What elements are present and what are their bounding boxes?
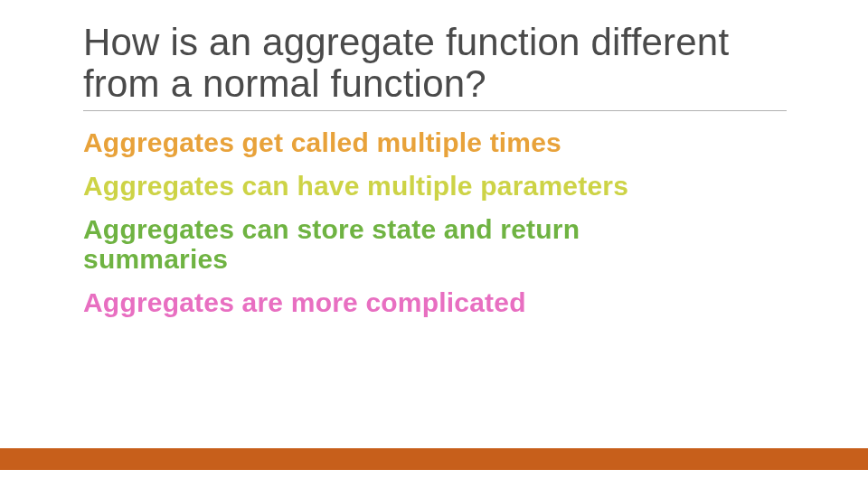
slide-body: Aggregates get called multiple times Agg…: [83, 127, 787, 317]
slide: How is an aggregate function different f…: [0, 0, 868, 488]
footer-accent-bar: [0, 448, 868, 470]
bullet-point: Aggregates can have multiple parameters: [83, 171, 644, 202]
bullet-point: Aggregates are more complicated: [83, 287, 644, 318]
slide-title: How is an aggregate function different f…: [83, 22, 787, 111]
bullet-point: Aggregates get called multiple times: [83, 127, 644, 158]
bullet-point: Aggregates can store state and return su…: [83, 214, 644, 275]
